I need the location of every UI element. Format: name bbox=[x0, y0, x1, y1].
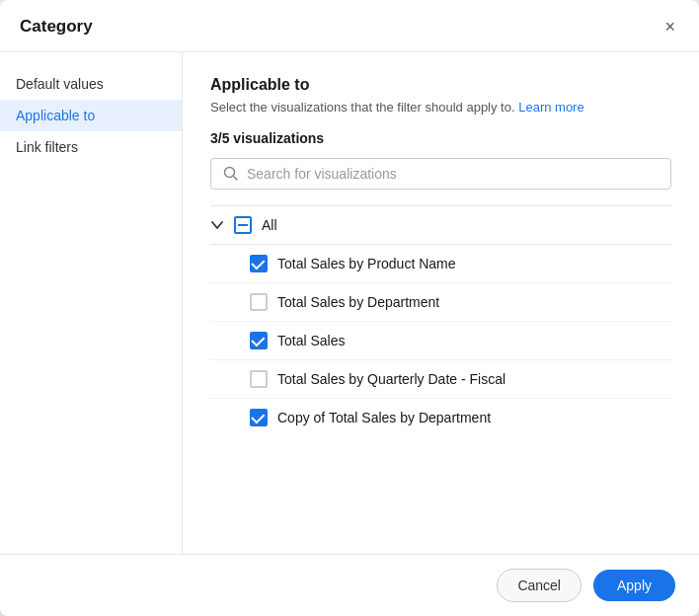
viz-item-3: Total Sales by Quarterly Date - Fiscal bbox=[210, 360, 671, 399]
dialog-header: Category × bbox=[0, 0, 699, 52]
section-desc: Select the visualizations that the filte… bbox=[210, 100, 671, 115]
viz-item-4: Copy of Total Sales by Department bbox=[210, 399, 671, 436]
viz-label-2: Total Sales bbox=[277, 333, 345, 348]
viz-checkbox-0[interactable] bbox=[250, 255, 268, 272]
all-checkbox[interactable] bbox=[234, 216, 252, 234]
dialog-title: Category bbox=[20, 17, 93, 37]
main-content: Applicable to Select the visualizations … bbox=[183, 52, 699, 554]
viz-label-4: Copy of Total Sales by Department bbox=[277, 410, 491, 425]
viz-checkbox-1[interactable] bbox=[250, 293, 268, 311]
svg-line-1 bbox=[234, 177, 238, 181]
category-dialog: Category × Default values Applicable to … bbox=[0, 0, 699, 616]
dialog-footer: Cancel Apply bbox=[0, 554, 699, 616]
all-row: All bbox=[210, 206, 671, 245]
viz-checkbox-2[interactable] bbox=[250, 332, 268, 349]
sidebar-item-applicable-to[interactable]: Applicable to bbox=[0, 100, 182, 131]
apply-button[interactable]: Apply bbox=[593, 570, 675, 601]
section-title: Applicable to bbox=[210, 76, 671, 94]
collapse-button[interactable] bbox=[210, 218, 224, 232]
visualization-list: All Total Sales by Product Name Total Sa… bbox=[210, 205, 671, 436]
dialog-body: Default values Applicable to Link filter… bbox=[0, 52, 699, 554]
close-button[interactable]: × bbox=[660, 16, 679, 38]
viz-checkbox-4[interactable] bbox=[250, 409, 268, 426]
search-box bbox=[210, 158, 671, 190]
sidebar-item-default-values[interactable]: Default values bbox=[0, 68, 182, 100]
viz-count: 3/5 visualizations bbox=[210, 130, 671, 146]
sidebar-item-link-filters[interactable]: Link filters bbox=[0, 131, 182, 163]
cancel-button[interactable]: Cancel bbox=[497, 569, 582, 602]
viz-item-2: Total Sales bbox=[210, 322, 671, 360]
viz-checkbox-3[interactable] bbox=[250, 370, 268, 388]
sidebar: Default values Applicable to Link filter… bbox=[0, 52, 183, 554]
viz-item-0: Total Sales by Product Name bbox=[210, 245, 671, 283]
all-label: All bbox=[262, 217, 277, 233]
viz-label-3: Total Sales by Quarterly Date - Fiscal bbox=[277, 371, 505, 387]
search-icon bbox=[223, 166, 239, 182]
search-input[interactable] bbox=[247, 166, 659, 182]
viz-label-0: Total Sales by Product Name bbox=[277, 256, 456, 271]
chevron-down-icon bbox=[210, 218, 224, 232]
viz-label-1: Total Sales by Department bbox=[277, 294, 439, 310]
learn-more-link[interactable]: Learn more bbox=[518, 100, 583, 115]
viz-item-1: Total Sales by Department bbox=[210, 283, 671, 322]
